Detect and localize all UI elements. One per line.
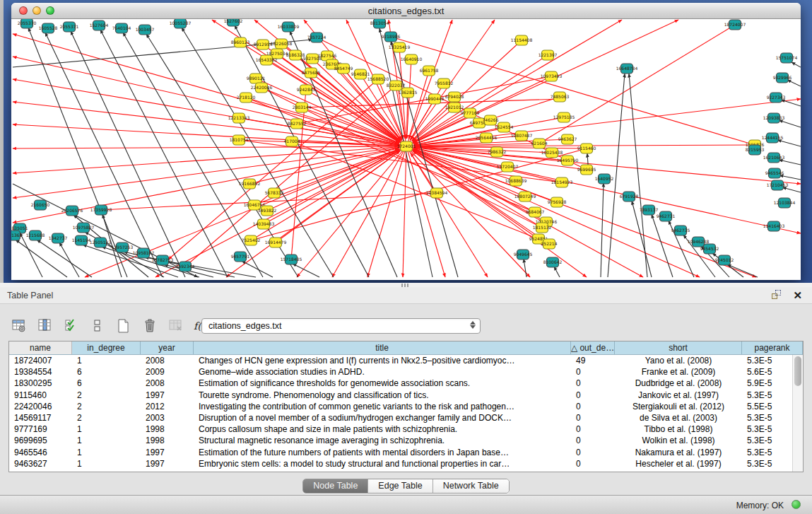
table-cell[interactable]: 1 <box>72 458 141 469</box>
network-edge[interactable] <box>601 183 604 277</box>
table-cell[interactable]: 18300295 <box>9 378 72 389</box>
table-cell[interactable]: de Silva et al. (2003) <box>615 412 742 424</box>
network-node[interactable]: 1640952 <box>595 174 614 184</box>
network-edge[interactable] <box>403 146 406 277</box>
network-node[interactable]: 1215688 <box>26 230 45 240</box>
network-node[interactable]: 15751074 <box>776 53 798 63</box>
network-edge[interactable] <box>777 140 801 146</box>
network-node[interactable]: 16640910 <box>401 54 423 64</box>
network-node[interactable]: 2160650 <box>31 200 50 210</box>
table-settings-icon[interactable] <box>10 317 28 335</box>
network-edge[interactable] <box>539 25 735 144</box>
table-cell[interactable]: Estimation of the future numbers of pati… <box>194 447 571 458</box>
table-cell[interactable]: Changes of HCN gene expression and I(f) … <box>194 355 571 366</box>
table-cell[interactable]: 0 <box>571 412 615 424</box>
new-table-icon[interactable] <box>114 317 133 335</box>
delete-table-icon[interactable] <box>167 317 185 335</box>
network-node[interactable]: 12975185 <box>553 112 575 122</box>
table-cell[interactable]: 1997 <box>141 458 194 469</box>
float-panel-icon[interactable] <box>771 290 782 301</box>
table-cell[interactable]: 6 <box>72 378 141 389</box>
network-node[interactable]: 1592344 <box>176 262 195 271</box>
table-row[interactable]: 1456911722003Disruption of a novel membe… <box>9 412 803 424</box>
network-node[interactable]: 3493822 <box>258 206 277 216</box>
network-node[interactable]: 11154408 <box>511 35 533 45</box>
table-cell[interactable]: Estimation of significance thresholds fo… <box>194 378 571 389</box>
tab-node-table[interactable]: Node Table <box>303 479 368 493</box>
network-node[interactable]: 11416403 <box>763 221 785 231</box>
network-node[interactable]: 7640104 <box>112 23 131 33</box>
network-node[interactable]: 7893137 <box>640 205 659 215</box>
table-cell[interactable]: Franke et al. (2009) <box>615 366 742 378</box>
table-cell[interactable]: 2008 <box>141 378 194 389</box>
table-row[interactable]: 2242004622012Investigating the contribut… <box>9 401 803 412</box>
table-cell[interactable]: 1 <box>72 355 141 366</box>
close-panel-icon[interactable]: ✕ <box>793 289 802 302</box>
table-cell[interactable]: 0 <box>571 378 615 389</box>
network-edge[interactable] <box>524 259 526 277</box>
table-cell[interactable]: 14569117 <box>9 412 72 424</box>
network-edge[interactable] <box>779 160 801 165</box>
network-node[interactable]: 9454532 <box>700 244 719 254</box>
network-node[interactable]: 8912954 <box>254 40 273 49</box>
column-checklist-icon[interactable] <box>62 317 81 335</box>
network-node[interactable]: 2718120 <box>237 93 256 103</box>
table-cell[interactable]: 0 <box>571 424 615 435</box>
network-node[interactable]: 10055287 <box>170 19 192 28</box>
network-node[interactable]: 2055371 <box>60 22 79 32</box>
network-node[interactable]: 16210643 <box>763 153 785 163</box>
table-cell[interactable]: 9777169 <box>9 424 72 435</box>
network-node[interactable]: 8454749 <box>334 64 353 74</box>
table-cell[interactable]: Nakamura et al. (1997) <box>615 447 742 458</box>
network-node[interactable]: 9462731 <box>657 211 676 221</box>
table-cell[interactable]: 9115460 <box>9 390 72 401</box>
network-node[interactable]: 1221397 <box>539 50 558 60</box>
table-row[interactable]: 977716911998Corpus callosum shape and si… <box>9 424 803 435</box>
network-node[interactable]: 1003457 <box>136 25 155 35</box>
table-cell[interactable]: 0 <box>571 401 615 412</box>
network-node[interactable]: 18724007 <box>724 20 746 30</box>
column-header-in_degree[interactable]: in_degree <box>72 341 141 354</box>
table-cell[interactable]: 1 <box>72 435 141 446</box>
network-edge[interactable] <box>13 184 198 277</box>
network-edge[interactable] <box>59 243 79 277</box>
citation-network-graph[interactable]: 8960123891295418226058182750341654338281… <box>11 19 801 280</box>
table-cell[interactable]: Stergiakouli et al. (2012) <box>615 401 742 412</box>
table-cell[interactable]: 1997 <box>141 447 194 458</box>
table-cell[interactable]: 49 <box>571 355 615 366</box>
network-node[interactable]: 16914479 <box>265 238 287 247</box>
network-node[interactable]: 13325419 <box>389 42 411 52</box>
table-cell[interactable]: Embryonic stem cells: a model to study s… <box>194 458 571 469</box>
table-cell[interactable]: Structural magnetic resonance image aver… <box>194 435 571 446</box>
network-node[interactable]: 10807487 <box>511 131 533 141</box>
table-select-dropdown[interactable]: citations_edges.txt <box>201 318 481 334</box>
network-node[interactable]: 18807249 <box>514 192 536 201</box>
table-cell[interactable]: 2 <box>72 401 141 412</box>
network-node[interactable]: 10975887 <box>73 223 95 233</box>
network-node[interactable]: 5678332 <box>265 188 284 198</box>
network-edge[interactable] <box>242 261 273 277</box>
network-edge[interactable] <box>100 30 228 277</box>
network-node[interactable]: 252214 <box>541 239 558 249</box>
table-cell[interactable]: 2012 <box>141 401 194 412</box>
table-cell[interactable]: 1997 <box>141 390 194 401</box>
network-node[interactable]: 14039483 <box>253 219 275 229</box>
network-edge[interactable] <box>792 62 801 67</box>
network-node[interactable]: 12093833 <box>763 113 785 123</box>
table-cell[interactable]: 0 <box>571 366 615 378</box>
network-node[interactable]: 16648784 <box>616 64 638 74</box>
network-node[interactable]: 12213343 <box>228 113 250 123</box>
table-row[interactable]: 969969511998Structural magnetic resonanc… <box>9 435 803 446</box>
network-edge[interactable] <box>13 34 406 146</box>
network-node[interactable]: 7485063 <box>551 92 570 102</box>
network-node[interactable]: 391361 <box>11 230 23 240</box>
network-edge[interactable] <box>16 240 67 277</box>
network-edge[interactable] <box>779 175 801 180</box>
table-cell[interactable]: Tourette syndrome. Phenomenology and cla… <box>194 390 571 401</box>
select-column-icon[interactable] <box>36 317 54 335</box>
table-cell[interactable]: Yano et al. (2008) <box>615 355 742 366</box>
table-cell[interactable]: 1998 <box>141 424 194 435</box>
table-cell[interactable]: Hescheler et al. (1997) <box>615 458 742 469</box>
network-node[interactable]: 9756928 <box>548 197 567 207</box>
table-cell[interactable]: Wolkin et al. (1998) <box>615 435 742 446</box>
